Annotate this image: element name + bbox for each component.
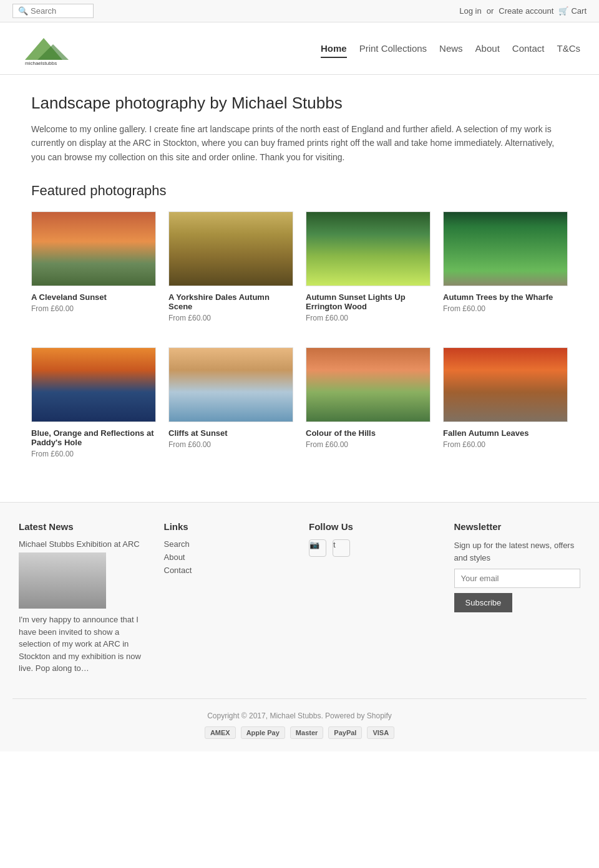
footer-social-col: Follow Us 📷t	[309, 521, 436, 680]
subscribe-button[interactable]: Subscribe	[454, 593, 513, 612]
news-title-link[interactable]: Michael Stubbs Exhibition at ARC	[19, 539, 145, 549]
photo-card-yorkshire-dales[interactable]: A Yorkshire Dales Autumn SceneFrom £60.0…	[168, 211, 293, 322]
nav-home[interactable]: Home	[321, 40, 347, 58]
photo-card-fallen-leaves[interactable]: Fallen Autumn LeavesFrom £60.00	[443, 347, 568, 458]
newsletter-email-input[interactable]	[454, 569, 581, 588]
nav-about[interactable]: About	[475, 40, 500, 57]
footer-link-about[interactable]: About	[164, 552, 291, 562]
photo-card-autumn-sunset-errington[interactable]: Autumn Sunset Lights Up Errington WoodFr…	[306, 211, 431, 322]
photo-thumb-autumn-sunset-errington	[306, 211, 431, 286]
nav-bar: michaelstubbs PHOTOGRAPHY Home Print Col…	[0, 22, 599, 75]
photo-price-colour-hills: From £60.00	[306, 440, 431, 449]
photo-card-paddys-hole[interactable]: Blue, Orange and Reflections at Paddy's …	[31, 347, 156, 458]
photo-price-autumn-sunset-errington: From £60.00	[306, 314, 431, 322]
photo-title-autumn-trees-wharfe: Autumn Trees by the Wharfe	[443, 292, 568, 302]
photo-title-paddys-hole: Blue, Orange and Reflections at Paddy's …	[31, 428, 156, 447]
photo-thumb-fallen-leaves	[443, 347, 568, 422]
top-right-actions: Log in or Create account 🛒 Cart	[459, 6, 587, 16]
photo-price-cliffs-sunset: From £60.00	[168, 440, 293, 449]
photo-card-colour-hills[interactable]: Colour of the HillsFrom £60.00	[306, 347, 431, 458]
create-account-link[interactable]: Create account	[499, 6, 553, 16]
photo-price-paddys-hole: From £60.00	[31, 450, 156, 458]
footer-newsletter-col: Newsletter Sign up for the latest news, …	[454, 521, 581, 680]
main-content: Landscape photography by Michael Stubbs …	[19, 75, 580, 502]
nav-news[interactable]: News	[439, 40, 463, 57]
logo[interactable]: michaelstubbs PHOTOGRAPHY	[19, 29, 69, 68]
payment-icon-master: Master	[290, 726, 323, 739]
footer-grid: Latest News Michael Stubbs Exhibition at…	[19, 521, 580, 680]
photo-price-yorkshire-dales: From £60.00	[168, 314, 293, 322]
photo-title-autumn-sunset-errington: Autumn Sunset Lights Up Errington Wood	[306, 292, 431, 311]
payment-icon-amex: AMEX	[205, 726, 236, 739]
login-link[interactable]: Log in	[459, 6, 481, 16]
footer-links-col: Links SearchAboutContact	[164, 521, 291, 680]
search-input[interactable]	[31, 6, 88, 16]
search-form[interactable]: 🔍	[12, 4, 94, 18]
payment-icon-apple-pay: Apple Pay	[241, 726, 285, 739]
photo-thumb-cliffs-sunset	[168, 347, 293, 422]
newsletter-text: Sign up for the latest news, offers and …	[454, 539, 581, 564]
footer: Latest News Michael Stubbs Exhibition at…	[0, 502, 599, 751]
photo-title-colour-hills: Colour of the Hills	[306, 428, 431, 438]
footer-news-heading: Latest News	[19, 521, 145, 532]
footer-link-search[interactable]: Search	[164, 539, 291, 549]
photo-thumb-colour-hills	[306, 347, 431, 422]
powered-by: Powered by Shopify	[325, 711, 392, 720]
footer-newsletter-heading: Newsletter	[454, 521, 581, 532]
nav-links: Home Print Collections News About Contac…	[321, 43, 580, 54]
photo-thumb-autumn-trees-wharfe	[443, 211, 568, 286]
photo-title-yorkshire-dales: A Yorkshire Dales Autumn Scene	[168, 292, 293, 311]
news-excerpt: I'm very happy to announce that I have b…	[19, 614, 145, 675]
page-title: Landscape photography by Michael Stubbs	[31, 94, 568, 113]
cart-icon: 🛒	[558, 6, 568, 16]
photo-card-autumn-trees-wharfe[interactable]: Autumn Trees by the WharfeFrom £60.00	[443, 211, 568, 322]
footer-follow-heading: Follow Us	[309, 521, 436, 532]
photo-card-cleveland-sunset[interactable]: A Cleveland SunsetFrom £60.00	[31, 211, 156, 322]
footer-bottom: Copyright © 2017, Michael Stubbs. Powere…	[12, 698, 587, 739]
photo-title-cliffs-sunset: Cliffs at Sunset	[168, 428, 293, 438]
top-bar: 🔍 Log in or Create account 🛒 Cart	[0, 0, 599, 22]
photo-price-fallen-leaves: From £60.00	[443, 440, 568, 449]
footer-news-col: Latest News Michael Stubbs Exhibition at…	[19, 521, 145, 680]
photo-thumb-cleveland-sunset	[31, 211, 156, 286]
tumblr-icon[interactable]: t	[333, 539, 350, 557]
cart-wrap[interactable]: 🛒 Cart	[558, 6, 587, 16]
photo-title-fallen-leaves: Fallen Autumn Leaves	[443, 428, 568, 438]
footer-link-contact[interactable]: Contact	[164, 566, 291, 575]
photo-card-cliffs-sunset[interactable]: Cliffs at SunsetFrom £60.00	[168, 347, 293, 458]
news-thumbnail[interactable]	[19, 552, 106, 609]
nav-print-collections[interactable]: Print Collections	[359, 40, 427, 57]
photo-price-cleveland-sunset: From £60.00	[31, 304, 156, 313]
instagram-icon[interactable]: 📷	[309, 539, 326, 557]
photo-thumb-paddys-hole	[31, 347, 156, 422]
photo-title-cleveland-sunset: A Cleveland Sunset	[31, 292, 156, 302]
social-icons: 📷t	[309, 539, 436, 561]
photo-thumb-yorkshire-dales	[168, 211, 293, 286]
nav-tandc[interactable]: T&Cs	[557, 40, 581, 57]
copyright-text: Copyright © 2017, Michael Stubbs.	[207, 711, 323, 720]
photo-grid-bottom: Blue, Orange and Reflections at Paddy's …	[31, 347, 568, 458]
featured-heading: Featured photographs	[31, 183, 568, 199]
photo-price-autumn-trees-wharfe: From £60.00	[443, 304, 568, 313]
photo-grid: A Cleveland SunsetFrom £60.00A Yorkshire…	[31, 211, 568, 322]
page-intro: Welcome to my online gallery. I create f…	[31, 122, 568, 164]
payment-icon-paypal: PayPal	[328, 726, 362, 739]
payment-icon-visa: VISA	[367, 726, 394, 739]
payment-icons: AMEXApple PayMasterPayPalVISA	[12, 726, 587, 739]
search-icon: 🔍	[18, 6, 28, 16]
footer-links-heading: Links	[164, 521, 291, 532]
cart-label: Cart	[571, 6, 587, 16]
nav-contact[interactable]: Contact	[512, 40, 545, 57]
svg-text:michaelstubbs: michaelstubbs	[25, 60, 57, 66]
or-separator: or	[487, 6, 494, 16]
